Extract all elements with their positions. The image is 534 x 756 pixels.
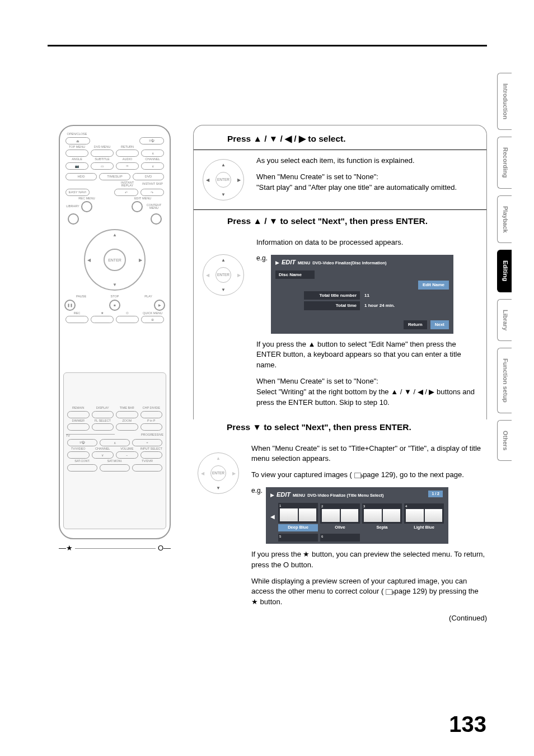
body-text: To view your captured images ( page 129)… [251, 470, 487, 480]
dpad-icon: ENTER ▲▼▶◀ [198, 452, 239, 494]
star-icon: ★ [66, 544, 73, 552]
tab-others[interactable]: Others [497, 420, 512, 461]
osd-disc-info: ▶ EDIT MENU DVD-Video Finalize(Disc Info… [271, 255, 453, 334]
body-text: When "Menu Create" is set to "Title+Chap… [251, 444, 487, 465]
navigation-ring: ENTER ▲ ▼ ◀ ▶ [84, 229, 146, 291]
tab-library[interactable]: Library [497, 299, 512, 341]
instruction-column: Press ▲ / ▼ / ◀ / ▶ to select. ENTER ▲▼▶… [188, 125, 487, 640]
down-arrow-button: ∨ [141, 162, 164, 170]
example-label: e.g. [256, 254, 268, 263]
step-3: Press ▼ to select "Next", then press ENT… [193, 419, 487, 624]
tab-editing[interactable]: Editing [497, 250, 512, 292]
body-text: If you press the ▲ button to select "Edi… [256, 339, 477, 371]
dpad-icon: ENTER ▲▼▶◀ [203, 254, 244, 296]
menu-thumb: 1 [278, 503, 318, 523]
power-button: I/⏻ [139, 137, 164, 144]
menu-thumb: 5 [278, 534, 318, 542]
step-heading: Press ▲ / ▼ to select "Next", then press… [194, 210, 486, 232]
menu-thumb: 2 [320, 503, 360, 524]
return-button: Return [404, 320, 427, 329]
body-text: Information on data to be processed appe… [256, 237, 477, 248]
page-ref-icon [386, 589, 392, 595]
dpad-icon: ENTER ▲▼▶◀ [203, 159, 244, 200]
menu-thumb: 4 [404, 503, 444, 524]
next-button: Next [430, 320, 449, 329]
content-columns: OPEN/CLOSE ⏏I/⏻ TOP MENUDVD MENURETURN ∧… [48, 125, 487, 640]
menu-thumb: 6 [320, 534, 360, 542]
side-tabs: Introduction Recording Playback Editing … [497, 73, 512, 468]
left-arrow-icon: ◀ [270, 513, 276, 521]
body-text: As you select each item, its function is… [256, 156, 477, 166]
tab-recording[interactable]: Recording [497, 137, 512, 188]
body-text: While displaying a preview screen of you… [251, 576, 487, 608]
enter-button: ENTER [104, 249, 126, 271]
up-arrow-button: ∧ [141, 150, 164, 157]
label: OPEN/CLOSE [64, 133, 90, 136]
remote-control-illustration: OPEN/CLOSE ⏏I/⏻ TOP MENUDVD MENURETURN ∧… [59, 125, 171, 539]
page-frame: OPEN/CLOSE ⏏I/⏻ TOP MENUDVD MENURETURN ∧… [48, 45, 487, 640]
page-number: 133 [449, 712, 486, 737]
osd-title-menu-select: ▶ EDIT MENU DVD-Video Finalize (Title Me… [266, 487, 448, 544]
play-button: ▶ [154, 300, 165, 311]
tab-function-setup[interactable]: Function setup [497, 348, 512, 413]
body-text: When "Menu Create" is set to "None":Sele… [256, 376, 477, 408]
step-heading: Press ▼ to select "Next", then press ENT… [193, 419, 487, 438]
remote-shaded-area: REMAINDISPLAYTIME BARCHP DIVIDE DIMMERFL… [63, 372, 166, 529]
step-1: Press ▲ / ▼ / ◀ / ▶ to select. ENTER ▲▼▶… [193, 125, 487, 419]
body-text: When "Menu Create" is set to "None":"Sta… [256, 172, 477, 193]
circle-icon: O [158, 544, 163, 552]
remote-column: OPEN/CLOSE ⏏I/⏻ TOP MENUDVD MENURETURN ∧… [48, 125, 188, 640]
body-text: If you press the ★ button, you can previ… [251, 549, 487, 571]
pager: 1 / 2 [428, 491, 443, 497]
menu-thumb: 3 [362, 503, 402, 524]
continued-label: (Continued) [251, 613, 487, 624]
pause-button: ❚❚ [64, 300, 76, 311]
eject-button: ⏏ [65, 137, 90, 144]
tab-introduction[interactable]: Introduction [497, 73, 512, 130]
remote-lead-lines: —★ O— [59, 544, 171, 552]
edit-name-button: Edit Name [418, 281, 449, 290]
page-ref-icon [354, 473, 361, 478]
example-label: e.g. [251, 486, 263, 496]
step-heading: Press ▲ / ▼ / ◀ / ▶ to select. [194, 131, 486, 150]
tab-playback[interactable]: Playback [497, 195, 512, 244]
stop-button: ■ [109, 300, 120, 311]
play-icon: ▶ [270, 492, 274, 499]
play-icon: ▶ [275, 259, 279, 267]
